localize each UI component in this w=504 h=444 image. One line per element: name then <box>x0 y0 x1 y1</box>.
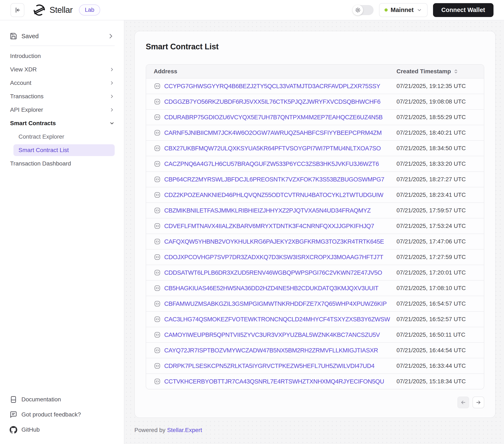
sidebar-item-label: Transaction Dashboard <box>10 160 115 167</box>
network-label: Mainnet <box>391 6 414 13</box>
contract-address-link[interactable]: CBX27UKBFMQW72ULQXKSYUA5KR64PFTVSOYGPI7W… <box>154 145 396 152</box>
contract-address: CAC3LHG74QSMOKEZFVOTEWKTRONCNQCLD24MHYCF… <box>164 316 390 323</box>
sidebar-item-label: Account <box>10 80 109 86</box>
previous-page-button[interactable] <box>457 397 469 408</box>
contract-address-link[interactable]: CARNF5JNIBIICMM7JCK4W6O2OGW7AWRUQZ5AHBFC… <box>154 129 396 136</box>
top-bar: Stellar Lab Mainnet Connect Wallet <box>0 0 504 20</box>
created-timestamp-column-header[interactable]: Created Timestamp <box>396 68 476 75</box>
contract-icon <box>154 176 161 183</box>
table-row: CDVEFLFMTNAVX4IIALZKBARV6MRYXTDNTK3F4CNR… <box>146 218 484 234</box>
stellar-expert-link[interactable]: Stellar.Expert <box>167 427 202 433</box>
contract-icon <box>154 222 161 230</box>
sidebar-spacer <box>0 170 124 392</box>
table-row: CBX27UKBFMQW72ULQXKSYUA5KR64PFTVSOYGPI7W… <box>146 140 484 156</box>
sidebar-item-api-explorer[interactable]: API Explorer <box>0 103 124 117</box>
sidebar-item-label: View XDR <box>10 66 109 73</box>
sidebar-item-documentation[interactable]: Documentation <box>0 392 124 407</box>
table-row: CAC3LHG74QSMOKEZFVOTEWKTRONCNQCLD24MHYCF… <box>146 311 484 327</box>
sidebar-item-label: Smart Contracts <box>10 120 109 127</box>
contract-address: CBFAMWUZMSABKGZIL3GSMPGIGMWTNKRHDDFZE7X7… <box>164 300 387 307</box>
table-row: CBZMIKBNILETFASJMMKLRIBHIEIZJHHYXZ2PJQTV… <box>146 203 484 218</box>
powered-by-footer: Powered by Stellar.Expert <box>134 427 496 433</box>
contract-icon <box>154 300 161 307</box>
contract-address-link[interactable]: CCYPG7GHWSGYYRQ4B6BEZJ2TY5QCL33VATMJTD3A… <box>154 83 396 90</box>
table-row: CCYPG7GHWSGYYRQ4B6BEZJ2TY5QCL33VATMJTD3A… <box>146 78 484 94</box>
created-timestamp: 07/21/2025, 15:18:34 UTC <box>396 378 476 385</box>
table-row: CAMOYIWEUPBR5QPNTVII5ZYVC3UR3VXPYUZBAL5W… <box>146 327 484 342</box>
contract-address: CAFQXQW5YHBNB2VOYKHULKRG6PAJEKY2XBGFKRMG… <box>164 238 384 245</box>
contract-address-link[interactable]: CDVEFLFMTNAVX4IIALZKBARV6MRYXTDNTK3F4CNR… <box>154 222 396 230</box>
next-page-button[interactable] <box>472 397 484 408</box>
contract-address-link[interactable]: CBP64CRZ2MYRSWLJBFDCJL6PREOSNTK7VZXFOK7K… <box>154 176 396 183</box>
sidebar-item-introduction[interactable]: Introduction <box>0 49 124 63</box>
contract-icon <box>154 316 161 323</box>
table-row: CDOJXPCOVHGP7SVP7DR3ZADXKQ7D3KSW3ISRXCRO… <box>146 249 484 265</box>
app-window: Stellar Lab Mainnet Connect Wallet <box>0 0 504 444</box>
contract-address-link[interactable]: CAC3LHG74QSMOKEZFVOTEWKTRONCNQCLD24MHYCF… <box>154 316 396 323</box>
contract-address-link[interactable]: CDDSATWT6LPLB6DR3XZUD5RENV46WGBQPWPSPGI7… <box>154 269 396 276</box>
contract-address-link[interactable]: CDURABRP75GDIOZU6VCYQX5E7UH7B7QNTPXM4M2E… <box>154 114 396 121</box>
contract-address-link[interactable]: CDZ2KPOZEANKNIED46PHLQVQNZ55ODTCVTRNU4BA… <box>154 191 396 199</box>
address-column-header: Address <box>154 68 396 75</box>
contract-address-link[interactable]: CDRPK7PLSESKCPN5ZRLKTA5IYGRVCTPKEZW5HEFL… <box>154 362 396 370</box>
book-icon <box>10 396 17 403</box>
connect-wallet-button[interactable]: Connect Wallet <box>433 3 493 17</box>
lab-badge: Lab <box>79 4 100 16</box>
contract-icon <box>154 347 161 354</box>
created-timestamp-header-label: Created Timestamp <box>396 68 451 75</box>
table-row: CBFAMWUZMSABKGZIL3GSMPGIGMWTNKRHDDFZE7X7… <box>146 296 484 311</box>
contract-address-link[interactable]: CBZMIKBNILETFASJMMKLRIBHIEIZJHHYXZ2PJQTV… <box>154 207 396 214</box>
contract-address-link[interactable]: CDGGZB7YO56RKZUBDF6RJ5VXX5IL76CTK5PJQZJW… <box>154 98 396 105</box>
chevron-right-icon <box>109 67 115 72</box>
contract-address: CAMOYIWEUPBR5QPNTVII5ZYVC3UR3VXPYUZBAL5W… <box>164 332 380 338</box>
created-timestamp: 07/21/2025, 18:55:29 UTC <box>396 114 476 121</box>
contract-icon <box>154 378 161 385</box>
sidebar-item-view-xdr[interactable]: View XDR <box>0 63 124 76</box>
contract-icon <box>154 114 161 121</box>
network-selector[interactable]: Mainnet <box>379 3 428 17</box>
sidebar-item-label: Documentation <box>21 396 61 403</box>
collapse-sidebar-button[interactable] <box>11 3 24 17</box>
contract-address-link[interactable]: CAYQ72JR7ISPTBOZVMYWCZADW47B5NX5BM2RH2ZR… <box>154 347 396 354</box>
contract-icon <box>154 331 161 338</box>
contract-address-link[interactable]: CDOJXPCOVHGP7SVP7DR3ZADXKQ7D3KSW3ISRXCRO… <box>154 254 396 261</box>
contract-address-link[interactable]: CBFAMWUZMSABKGZIL3GSMPGIGMWTNKRHDDFZE7X7… <box>154 300 396 307</box>
network-status-dot <box>384 8 388 12</box>
contract-address-link[interactable]: CACZPNQ6A4G7LH6CU57BRAQGUFZW533P6YCC3ZSB… <box>154 160 396 167</box>
contract-icon <box>154 145 161 152</box>
sidebar-item-account[interactable]: Account <box>0 76 124 90</box>
sidebar-item-saved[interactable]: Saved <box>0 29 124 43</box>
contract-icon <box>154 362 161 370</box>
sidebar-item-contract-explorer[interactable]: Contract Explorer <box>0 130 124 144</box>
created-timestamp: 07/21/2025, 16:33:44 UTC <box>396 363 476 369</box>
contract-address-link[interactable]: CAMOYIWEUPBR5QPNTVII5ZYVC3UR3VXPYUZBAL5W… <box>154 331 396 338</box>
contract-address: CDGGZB7YO56RKZUBDF6RJ5VXX5IL76CTK5PJQZJW… <box>164 98 380 105</box>
sidebar-item-smart-contracts[interactable]: Smart Contracts <box>0 117 124 130</box>
sidebar-item-transactions[interactable]: Transactions <box>0 90 124 103</box>
sidebar-item-label: Introduction <box>10 53 115 59</box>
sidebar-item-github[interactable]: GitHub <box>0 422 124 437</box>
contract-address-link[interactable]: CB5HAGKIUAS46E52HW5NA36DD2HZD4NE5HB2CDUK… <box>154 285 396 292</box>
contract-icon <box>154 254 161 261</box>
sidebar-item-feedback[interactable]: Got product feedback? <box>0 407 124 422</box>
sidebar-item-transaction-dashboard[interactable]: Transaction Dashboard <box>0 157 124 170</box>
table-row: CDURABRP75GDIOZU6VCYQX5E7UH7B7QNTPXM4M2E… <box>146 109 484 125</box>
theme-toggle[interactable] <box>353 5 374 15</box>
contract-icon <box>154 83 161 90</box>
created-timestamp: 07/21/2025, 17:53:24 UTC <box>396 223 476 229</box>
chevron-down-icon <box>417 7 422 13</box>
powered-by-label: Powered by <box>134 427 165 433</box>
chevron-right-icon <box>109 107 115 112</box>
contract-icon <box>154 98 161 105</box>
created-timestamp: 07/21/2025, 16:54:57 UTC <box>396 300 476 307</box>
table-row: CDGGZB7YO56RKZUBDF6RJ5VXX5IL76CTK5PJQZJW… <box>146 94 484 109</box>
contract-address: CB5HAGKIUAS46E52HW5NA36DD2HZD4NE5HB2CDUK… <box>164 285 378 292</box>
contract-address-link[interactable]: CCTVKHCERBYOBTTJR7CA43QSNRL7E4RTSWHZTXNH… <box>154 378 396 385</box>
contract-address: CDVEFLFMTNAVX4IIALZKBARV6MRYXTDNTK3F4CNR… <box>164 223 374 230</box>
sort-icon <box>453 69 459 74</box>
table-row: CACZPNQ6A4G7LH6CU57BRAQGUFZW533P6YCC3ZSB… <box>146 156 484 171</box>
sidebar-item-label: API Explorer <box>10 107 109 113</box>
sidebar-item-smart-contract-list[interactable]: Smart Contract List <box>14 144 115 156</box>
contract-address-link[interactable]: CAFQXQW5YHBNB2VOYKHULKRG6PAJEKY2XBGFKRMG… <box>154 238 396 245</box>
contract-icon <box>154 207 161 214</box>
